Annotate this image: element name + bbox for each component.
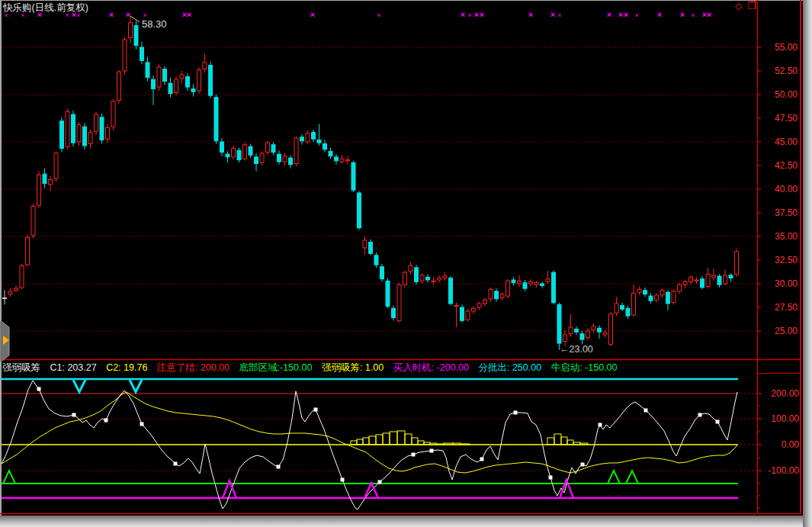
main-plot-area[interactable] — [2, 9, 757, 359]
indicator-name: 强弱吸筹 — [2, 362, 40, 373]
star-icon: × — [474, 10, 479, 19]
price-axis-label: 35.00 — [775, 231, 798, 242]
price-axis-label: 55.00 — [775, 42, 798, 53]
trough-price-label: ←23.00 — [560, 344, 593, 355]
star-icon: × — [550, 10, 555, 19]
peak-price-label: 58.30 — [142, 18, 167, 30]
indicator-bottom-zone-level: 底部区域:-150.00 — [239, 362, 313, 373]
price-axis-label: 32.50 — [775, 255, 798, 265]
star-icon: × — [558, 11, 562, 19]
price-axis-label: 37.50 — [775, 207, 798, 218]
price-axis-label: 50.00 — [775, 89, 798, 100]
restore-window-icon[interactable]: ❐ — [747, 2, 756, 11]
chart-title: 快乐购(日线.前复权) — [3, 2, 88, 14]
star-icon: × — [635, 11, 639, 19]
star-icon: × — [126, 10, 130, 19]
indicator-sell-warning-level: 注意了结: 200.00 — [157, 362, 229, 373]
diamond-icon[interactable]: ◇ — [735, 2, 742, 11]
star-icon: × — [187, 10, 191, 19]
star-icon: × — [480, 10, 484, 19]
indicator-sell-batch-level: 分批出: 250.00 — [478, 362, 541, 373]
indicator-c1-value: C1: 203.27 — [50, 362, 96, 373]
indicator-axis: 200.00100.000.00-100.00 — [757, 388, 799, 508]
indicator-plot-area[interactable] — [2, 374, 757, 513]
star-icon: × — [468, 11, 472, 19]
price-axis-label: 52.50 — [775, 66, 798, 76]
price-axis-label: 47.50 — [775, 113, 798, 124]
star-icon: × — [680, 10, 685, 19]
indicator-axis-label: 0.00 — [782, 439, 800, 450]
star-icon: × — [618, 10, 623, 19]
star-icon: × — [377, 11, 381, 19]
price-axis-label: 42.50 — [775, 160, 798, 171]
price-axis-label: 40.00 — [775, 184, 798, 194]
star-icon: × — [310, 10, 315, 19]
indicator-main-value: 强弱吸筹: 1.00 — [322, 362, 384, 373]
price-axis-label: 25.00 — [775, 326, 798, 336]
star-icon: × — [624, 10, 628, 19]
indicator-c2-value: C2: 19.76 — [106, 362, 147, 373]
indicator-label-bar: 强弱吸筹 C1: 203.27 C2: 19.76 注意了结: 200.00 底… — [2, 362, 624, 374]
indicator-axis-label: -100.00 — [768, 465, 799, 476]
price-axis-label: 30.00 — [775, 278, 798, 289]
indicator-bull-start-level: 牛启动: -150.00 — [551, 362, 618, 373]
star-icon: × — [657, 10, 662, 19]
price-axis-label: 27.50 — [775, 302, 798, 313]
star-icon: × — [528, 10, 533, 19]
price-axis-label: 45.00 — [775, 137, 798, 147]
star-icon: × — [109, 10, 114, 19]
star-icon: × — [607, 10, 611, 19]
indicator-buy-time-level: 买入时机: -200.00 — [393, 362, 469, 373]
indicator-axis-label: 100.00 — [771, 413, 799, 424]
star-icon: × — [461, 10, 465, 19]
chart-canvas: 55.0052.5050.0047.5045.0042.5040.0037.50… — [0, 0, 812, 527]
price-axis: 55.0052.5050.0047.5045.0042.5040.0037.50… — [757, 42, 798, 336]
expand-panel-tab[interactable] — [0, 320, 9, 362]
star-icon: × — [692, 11, 695, 19]
indicator-axis-label: 200.00 — [771, 388, 799, 399]
star-icon: × — [707, 10, 711, 19]
screen: 55.0052.5050.0047.5045.0042.5040.0037.50… — [0, 0, 812, 527]
